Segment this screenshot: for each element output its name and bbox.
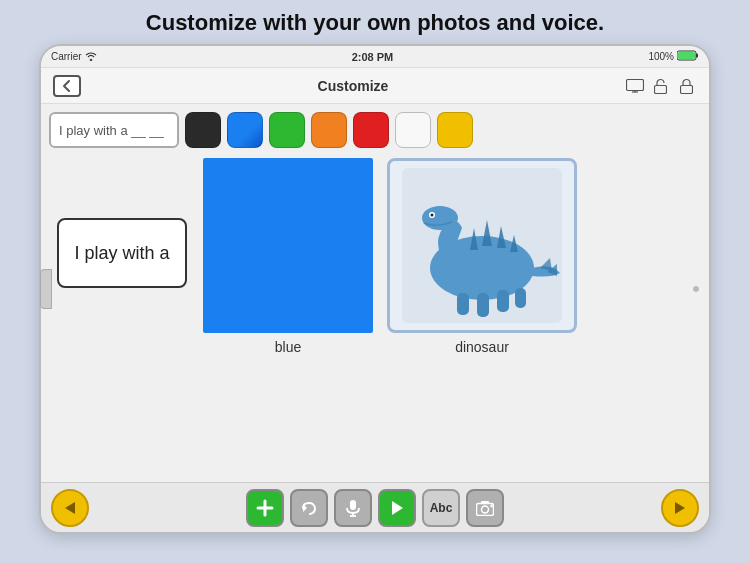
ipad-right-dot — [693, 286, 699, 292]
svg-marker-30 — [392, 501, 403, 515]
svg-rect-15 — [497, 290, 509, 312]
svg-marker-36 — [675, 502, 685, 514]
dinosaur-label: dinosaur — [455, 339, 509, 355]
play-button[interactable] — [378, 489, 416, 527]
status-right: 100% — [648, 50, 699, 63]
svg-marker-23 — [65, 502, 75, 514]
svg-rect-2 — [678, 52, 695, 59]
dinosaur-image-box — [387, 158, 577, 333]
svg-rect-14 — [477, 293, 489, 317]
dinosaur-panel[interactable]: dinosaur — [387, 158, 577, 355]
prev-button[interactable] — [51, 489, 89, 527]
battery-label: 100% — [648, 51, 674, 62]
sentence-card: I play with a — [57, 218, 187, 288]
panels-area: blue — [203, 158, 577, 355]
ipad-home-button[interactable] — [40, 269, 52, 309]
blue-panel[interactable]: blue — [203, 158, 373, 355]
camera-button[interactable] — [466, 489, 504, 527]
nav-bar: Customize — [41, 68, 709, 104]
status-bar: Carrier 2:08 PM 100% — [41, 46, 709, 68]
page-headline: Customize with your own photos and voice… — [0, 0, 750, 44]
svg-rect-13 — [457, 293, 469, 315]
abc-button[interactable]: Abc — [422, 489, 460, 527]
svg-rect-27 — [350, 500, 356, 510]
unlock-icon[interactable] — [651, 76, 671, 96]
swatch-red[interactable] — [353, 112, 389, 148]
swatch-yellow[interactable] — [437, 112, 473, 148]
svg-rect-7 — [681, 85, 693, 93]
blue-square — [203, 158, 373, 333]
wifi-icon — [85, 51, 97, 63]
sentence-preview: I play with a __ __ — [49, 112, 179, 148]
svg-point-10 — [422, 206, 458, 230]
lock-icon[interactable] — [677, 76, 697, 96]
bottom-toolbar: Abc — [41, 482, 709, 532]
svg-rect-6 — [655, 85, 667, 93]
blue-label: blue — [275, 339, 301, 355]
nav-right-icons — [625, 76, 697, 96]
swatch-white[interactable] — [395, 112, 431, 148]
status-time: 2:08 PM — [352, 51, 394, 63]
main-area: I play with a blue — [49, 154, 701, 474]
undo-button[interactable] — [290, 489, 328, 527]
svg-rect-33 — [481, 501, 489, 504]
back-button[interactable] — [53, 75, 81, 97]
ipad-frame: Carrier 2:08 PM 100% — [39, 44, 711, 534]
swatch-black[interactable] — [185, 112, 221, 148]
svg-point-32 — [482, 506, 489, 513]
swatch-orange[interactable] — [311, 112, 347, 148]
swatch-green[interactable] — [269, 112, 305, 148]
battery-icon — [677, 50, 699, 63]
svg-rect-16 — [515, 288, 526, 308]
screen-content: I play with a __ __ I play with a blue — [41, 104, 709, 482]
add-button[interactable] — [246, 489, 284, 527]
swatch-blue[interactable] — [227, 112, 263, 148]
nav-title: Customize — [318, 78, 389, 94]
mic-button[interactable] — [334, 489, 372, 527]
svg-rect-1 — [696, 54, 698, 58]
abc-label: Abc — [430, 501, 453, 515]
monitor-icon[interactable] — [625, 76, 645, 96]
status-left: Carrier — [51, 51, 97, 63]
carrier-label: Carrier — [51, 51, 82, 62]
toolbar-center: Abc — [246, 489, 504, 527]
color-toolbar: I play with a __ __ — [49, 112, 701, 148]
svg-rect-3 — [626, 79, 643, 90]
next-button[interactable] — [661, 489, 699, 527]
svg-point-12 — [431, 214, 434, 217]
